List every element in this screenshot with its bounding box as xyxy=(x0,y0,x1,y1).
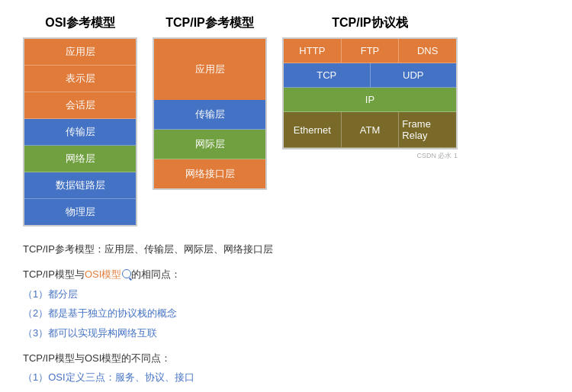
stack-ethernet: Ethernet xyxy=(284,112,342,148)
stack-row-link: Ethernet ATM Frame Relay xyxy=(284,112,456,148)
stack-dns: DNS xyxy=(399,39,456,63)
similarities-block: TCP/IP模型与OSI模型的相同点： （1）都分层 （2）都是基于独立的协议栈… xyxy=(23,265,549,342)
osi-layer-session: 会话层 xyxy=(24,92,136,119)
similarities-suffix: 的相同点： xyxy=(131,268,181,280)
similarity-2: （2）都是基于独立的协议栈的概念 xyxy=(23,304,549,322)
stack-row-app: HTTP FTP DNS xyxy=(284,39,456,63)
stack-framerelay: Frame Relay xyxy=(399,112,456,148)
summary-block: TCP/IP参考模型：应用层、传输层、网际层、网络接口层 xyxy=(23,240,549,258)
similarity-3: （3）都可以实现异构网络互联 xyxy=(23,324,549,342)
stack-udp: UDP xyxy=(371,63,457,88)
osi-title: OSI参考模型 xyxy=(45,15,115,31)
osi-highlight: OSI模型 xyxy=(85,268,121,280)
tcpip-transport-layer: 传输层 xyxy=(154,100,265,130)
stack-tcp: TCP xyxy=(284,63,371,88)
differences-block: TCP/IP模型与OSI模型的不同点： （1）OSI定义三点：服务、协议、接口 … xyxy=(23,349,549,392)
tcpip-model-diagram: TCP/IP参考模型 应用层 传输层 网际层 网络接口层 xyxy=(153,15,267,227)
osi-layer-pres: 表示层 xyxy=(24,66,136,92)
similarities-header-line: TCP/IP模型与OSI模型的相同点： xyxy=(23,265,549,283)
tcpip-stack-title: TCP/IP协议栈 xyxy=(332,15,408,31)
stack-ip: IP xyxy=(284,88,456,112)
tcpip-internet-layer: 网际层 xyxy=(154,130,265,159)
similarity-1: （1）都分层 xyxy=(23,285,549,303)
watermark: CSDN 必水 1 xyxy=(282,151,458,161)
osi-layer-transport: 传输层 xyxy=(24,119,136,146)
osi-layer-physical: 物理层 xyxy=(24,199,136,225)
difference-1: （1）OSI定义三点：服务、协议、接口 xyxy=(23,368,549,386)
stack-row-transport: TCP UDP xyxy=(284,63,456,88)
tcpip-stack-diagram: TCP/IP协议栈 HTTP FTP DNS TCP UDP IP Ethern… xyxy=(282,15,458,227)
tcpip-model-title: TCP/IP参考模型 xyxy=(165,15,254,31)
difference-2: （2）OSI先出现，参考模型先于协议发明，不偏向特定协议 xyxy=(23,388,549,392)
tcpip-app-layer: 应用层 xyxy=(154,39,265,100)
search-icon[interactable] xyxy=(122,269,131,278)
stack-atm: ATM xyxy=(342,112,400,148)
osi-diagram: OSI参考模型 应用层 表示层 会话层 传输层 网络层 数据链路层 物理层 xyxy=(23,15,137,227)
tcpip-netaccess-layer: 网络接口层 xyxy=(154,159,265,188)
text-section: TCP/IP参考模型：应用层、传输层、网际层、网络接口层 TCP/IP模型与OS… xyxy=(23,240,549,392)
osi-layers: 应用层 表示层 会话层 传输层 网络层 数据链路层 物理层 xyxy=(23,37,137,227)
osi-layer-network: 网络层 xyxy=(24,146,136,172)
osi-layer-datalink: 数据链路层 xyxy=(24,172,136,199)
tcpip-model-layers: 应用层 传输层 网际层 网络接口层 xyxy=(153,37,267,190)
stack-http: HTTP xyxy=(284,39,342,63)
similarities-prefix: TCP/IP模型与 xyxy=(23,268,85,280)
tcpip-stack-container: HTTP FTP DNS TCP UDP IP Ethernet ATM Fra… xyxy=(282,37,458,149)
differences-header-line: TCP/IP模型与OSI模型的不同点： xyxy=(23,349,549,367)
summary-line: TCP/IP参考模型：应用层、传输层、网际层、网络接口层 xyxy=(23,240,549,258)
stack-row-ip: IP xyxy=(284,88,456,112)
diagrams-row: OSI参考模型 应用层 表示层 会话层 传输层 网络层 数据链路层 物理层 TC… xyxy=(23,15,549,227)
stack-ftp: FTP xyxy=(342,39,400,63)
osi-layer-app: 应用层 xyxy=(24,39,136,66)
